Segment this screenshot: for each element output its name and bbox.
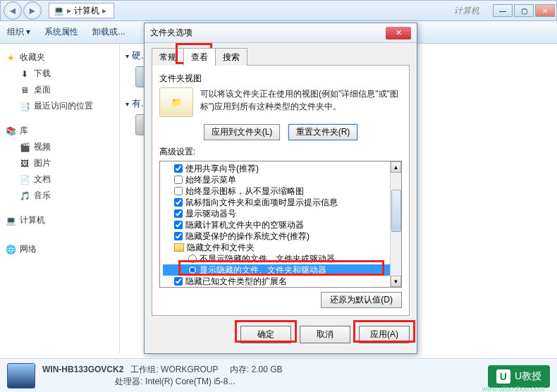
tree-item[interactable]: 始终显示图标，从不显示缩略图	[163, 185, 401, 197]
organize-menu[interactable]: 组织 ▾	[7, 26, 30, 38]
tree-item-selected[interactable]: 显示隐藏的文件、文件夹和驱动器	[163, 264, 401, 276]
download-icon: ⬇	[18, 68, 31, 80]
sidebar: ★收藏夹 ⬇下载 🖥桌面 📑最近访问的位置 📚库 🎬视频 🖼图片 📄文档 🎵音乐…	[0, 44, 120, 354]
sidebar-desktop[interactable]: 🖥桌面	[4, 82, 115, 98]
recent-icon: 📑	[18, 101, 31, 112]
picture-icon: 🖼	[18, 158, 31, 169]
folder-view-icon: 📁	[159, 87, 193, 117]
uninstall-button[interactable]: 卸载或...	[92, 26, 125, 38]
triangle-down-icon: ▾	[126, 52, 129, 60]
nav-fwd-button[interactable]: ►	[23, 1, 42, 20]
nav-back-button[interactable]: ◄	[4, 1, 22, 20]
watermark-url: www.ujiaoshou.com	[482, 385, 544, 392]
scroll-thumb[interactable]	[391, 190, 401, 232]
dialog-tabs: 常规 查看 搜索	[152, 47, 410, 66]
tab-content: 文件夹视图 📁 可以将该文件夹正在使用的视图(例如"详细信息"或"图标")应用到…	[152, 66, 410, 316]
sidebar-favorites[interactable]: ★收藏夹	[4, 49, 115, 66]
advanced-settings-label: 高级设置:	[159, 146, 402, 158]
document-icon: 📄	[18, 174, 31, 185]
reset-folders-button[interactable]: 重置文件夹(R)	[288, 124, 358, 140]
watermark-icon: U	[496, 369, 510, 384]
advanced-settings-tree[interactable]: 使用共享向导(推荐) 始终显示菜单 始终显示图标，从不显示缩略图 鼠标指向文件夹…	[159, 161, 402, 288]
folder-view-label: 文件夹视图	[159, 73, 402, 85]
ok-button[interactable]: 确定	[240, 326, 291, 343]
workgroup-value: WORKGROUP	[161, 365, 218, 374]
scroll-up-button[interactable]: ▲	[391, 161, 401, 173]
sidebar-videos[interactable]: 🎬视频	[4, 139, 115, 155]
search-label: 计算机	[454, 5, 479, 17]
library-icon: 📚	[4, 125, 17, 137]
chevron-right-icon: ▸	[102, 6, 106, 16]
video-icon: 🎬	[18, 142, 31, 153]
computer-large-icon	[7, 363, 35, 388]
dialog-title: 文件夹选项	[150, 27, 192, 39]
computer-icon: 💻	[54, 6, 64, 16]
apply-button[interactable]: 应用(A)	[359, 326, 410, 343]
sidebar-computer[interactable]: 💻计算机	[4, 212, 115, 228]
sidebar-pictures[interactable]: 🖼图片	[4, 155, 115, 171]
checkbox[interactable]	[174, 198, 183, 207]
sidebar-recent[interactable]: 📑最近访问的位置	[4, 98, 115, 114]
tree-item[interactable]: 使用共享向导(推荐)	[163, 163, 401, 174]
radio[interactable]	[188, 266, 197, 274]
music-icon: 🎵	[18, 190, 31, 202]
network-icon: 🌐	[4, 244, 17, 255]
statusbar: WIN-HB133GOVCK2 工作组: WORKGROUP 内存: 2.00 …	[0, 358, 557, 392]
tree-item[interactable]: 不显示隐藏的文件、文件夹或驱动器	[163, 253, 401, 264]
sidebar-documents[interactable]: 📄文档	[4, 171, 115, 188]
maximize-button[interactable]: ▢	[514, 4, 534, 17]
dialog-titlebar[interactable]: 文件夹选项 ✕	[145, 23, 417, 43]
tree-item[interactable]: 用彩色显示加密或压缩的 NTFS 文件	[163, 287, 401, 288]
checkbox[interactable]	[174, 164, 183, 173]
tab-search[interactable]: 搜索	[215, 48, 247, 66]
minimize-button[interactable]: —	[493, 4, 513, 17]
scrollbar[interactable]: ▲ ▼	[390, 161, 401, 287]
cpu-value: Intel(R) Core(TM) i5-8...	[145, 376, 235, 386]
tab-view[interactable]: 查看	[183, 48, 216, 66]
apply-to-folders-button[interactable]: 应用到文件夹(L)	[204, 124, 281, 140]
sysprops-button[interactable]: 系统属性	[44, 26, 78, 38]
folder-icon	[174, 243, 184, 252]
dialog-close-button[interactable]: ✕	[386, 27, 411, 39]
pc-name: WIN-HB133GOVCK2	[42, 365, 123, 374]
computer-icon: 💻	[4, 215, 17, 226]
tree-item[interactable]: 隐藏计算机文件夹中的空驱动器	[163, 219, 401, 231]
folder-view-text: 可以将该文件夹正在使用的视图(例如"详细信息"或"图标")应用到所有这种类型的文…	[200, 87, 402, 117]
radio[interactable]	[188, 255, 197, 263]
sidebar-downloads[interactable]: ⬇下载	[4, 66, 115, 82]
desktop-icon: 🖥	[18, 85, 31, 96]
memory-value: 2.00 GB	[252, 365, 283, 374]
dialog-buttons: 确定 取消 应用(A)	[152, 323, 410, 346]
checkbox[interactable]	[174, 277, 183, 286]
sidebar-music[interactable]: 🎵音乐	[4, 188, 115, 204]
tree-folder[interactable]: 隐藏文件和文件夹	[163, 242, 401, 253]
breadcrumb-root[interactable]: 计算机	[74, 5, 99, 17]
chevron-right-icon: ▸	[67, 6, 71, 16]
checkbox[interactable]	[174, 176, 183, 184]
tree-item[interactable]: 显示驱动器号	[163, 208, 401, 219]
tree-item[interactable]: 鼠标指向文件夹和桌面项时显示提示信息	[163, 197, 401, 208]
sidebar-libraries[interactable]: 📚库	[4, 123, 115, 139]
tree-item[interactable]: 隐藏已知文件类型的扩展名	[163, 276, 401, 287]
checkbox[interactable]	[174, 209, 183, 218]
folder-options-dialog: 文件夹选项 ✕ 常规 查看 搜索 文件夹视图 📁 可以将该文件夹正在使用的视图(…	[144, 23, 417, 354]
breadcrumb[interactable]: 💻 ▸ 计算机 ▸	[49, 3, 114, 18]
tree-item[interactable]: 始终显示菜单	[163, 174, 401, 185]
triangle-down-icon: ▾	[126, 100, 129, 108]
restore-defaults-button[interactable]: 还原为默认值(D)	[321, 292, 402, 308]
checkbox[interactable]	[174, 187, 183, 195]
tree-item[interactable]: 隐藏受保护的操作系统文件(推荐)	[163, 231, 401, 242]
checkbox[interactable]	[174, 232, 183, 240]
sidebar-network[interactable]: 🌐网络	[4, 241, 115, 257]
cancel-button[interactable]: 取消	[300, 326, 350, 343]
scroll-down-button[interactable]: ▼	[391, 276, 401, 287]
checkbox[interactable]	[174, 221, 183, 229]
tab-general[interactable]: 常规	[152, 48, 184, 66]
star-icon: ★	[4, 52, 17, 63]
close-button[interactable]: ✕	[535, 4, 555, 17]
